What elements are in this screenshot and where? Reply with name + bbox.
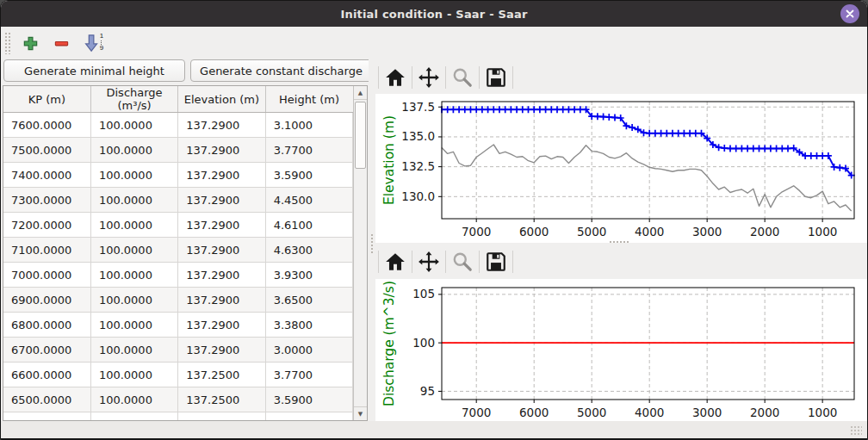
svg-text:5000: 5000: [577, 225, 606, 239]
svg-text:Elevation (m): Elevation (m): [381, 115, 397, 205]
table-row: 6700.0000100.0000137.29003.0000: [3, 338, 353, 363]
svg-text:2000: 2000: [750, 406, 779, 419]
pan-button[interactable]: [416, 249, 442, 275]
table-cell[interactable]: 137.2900: [178, 288, 265, 313]
table-cell[interactable]: 6500.0000: [3, 387, 90, 412]
column-header[interactable]: Elevation (m): [178, 86, 265, 113]
window: Initial condition - Saar - Saar: [0, 0, 868, 440]
table-cell[interactable]: 3.6500: [265, 288, 352, 313]
table-cell[interactable]: 100.0000: [90, 188, 177, 213]
table-cell[interactable]: 137.2900: [178, 163, 265, 188]
table-cell[interactable]: 7600.0000: [3, 113, 90, 138]
discharge-figure[interactable]: 700060005000400030002000100010510095Disc…: [375, 279, 867, 421]
generate-buttons-row: Generate minimal height Generate constan…: [1, 59, 375, 84]
discharge-chart[interactable]: 700060005000400030002000100010510095Disc…: [375, 279, 867, 421]
sort-rows-button[interactable]: 1 9: [81, 32, 103, 54]
table-cell[interactable]: 7000.0000: [3, 263, 90, 288]
chart-splitter[interactable]: [609, 240, 629, 245]
table-cell[interactable]: 7300.0000: [3, 188, 90, 213]
svg-text:6000: 6000: [519, 406, 549, 419]
pan-button[interactable]: [416, 65, 442, 90]
table-cell[interactable]: 6600.0000: [3, 363, 90, 387]
table-cell[interactable]: 137.2900: [178, 113, 265, 138]
magnifier-icon: [451, 66, 474, 89]
table-cell[interactable]: 3.5900: [265, 387, 352, 412]
table-cell[interactable]: 3.3800: [265, 313, 352, 338]
table-cell[interactable]: 3.0000: [265, 338, 352, 363]
table-cell[interactable]: 4.6100: [265, 213, 352, 238]
table-cell[interactable]: 7500.0000: [3, 138, 90, 163]
table-cell[interactable]: [3, 412, 90, 422]
table-cell[interactable]: 137.2500: [178, 363, 265, 387]
table-cell[interactable]: 100.0000: [90, 313, 177, 338]
svg-text:7000: 7000: [462, 406, 491, 419]
table-cell[interactable]: 100.0000: [90, 363, 177, 387]
sort-order-label: 1 9: [98, 33, 105, 52]
table-cell[interactable]: [265, 412, 352, 422]
scroll-down-icon[interactable]: ▼: [354, 406, 367, 420]
column-header[interactable]: Discharge (m³/s): [90, 86, 177, 113]
table-cell[interactable]: 7100.0000: [3, 238, 90, 263]
toolbar-grip[interactable]: [4, 32, 10, 54]
table-cell[interactable]: 100.0000: [90, 113, 177, 138]
table-cell[interactable]: 137.2900: [178, 138, 265, 163]
home-button[interactable]: [382, 65, 408, 90]
scrollbar-thumb[interactable]: [355, 102, 366, 169]
table-cell[interactable]: 137.2500: [178, 387, 265, 412]
table-cell[interactable]: 100.0000: [90, 238, 177, 263]
table-cell[interactable]: [90, 412, 177, 422]
table-cell[interactable]: 6700.0000: [3, 338, 90, 363]
close-button[interactable]: [840, 4, 859, 23]
elevation-figure[interactable]: 7000600050004000300020001000137.5135.013…: [375, 94, 867, 243]
table-scrollbar[interactable]: ▲ ▼: [353, 86, 367, 420]
pan-icon: [418, 66, 440, 89]
remove-row-button[interactable]: [50, 32, 72, 54]
scroll-up-icon[interactable]: ▲: [354, 86, 367, 100]
table-cell[interactable]: 6800.0000: [3, 313, 90, 338]
generate-constant-discharge-button[interactable]: Generate constant discharge: [190, 59, 372, 82]
table-cell[interactable]: 3.7700: [265, 363, 352, 387]
table-cell[interactable]: 137.2900: [178, 263, 265, 288]
table-cell[interactable]: 3.1000: [265, 113, 352, 138]
add-row-button[interactable]: [19, 32, 41, 54]
table-cell[interactable]: 4.6300: [265, 238, 352, 263]
table-cell[interactable]: 3.5900: [265, 163, 352, 188]
table-cell[interactable]: 137.2900: [178, 238, 265, 263]
table-row: 6600.0000100.0000137.25003.7700: [3, 363, 353, 387]
minus-icon: [53, 35, 70, 52]
svg-text:6000: 6000: [519, 225, 549, 239]
table-cell[interactable]: 100.0000: [90, 288, 177, 313]
table-cell[interactable]: 137.2900: [178, 338, 265, 363]
table-cell[interactable]: 4.4500: [265, 188, 352, 213]
table-cell[interactable]: 3.7700: [265, 138, 352, 163]
svg-text:135.0: 135.0: [401, 129, 435, 143]
home-button[interactable]: [382, 249, 408, 275]
generate-minimal-height-button[interactable]: Generate minimal height: [3, 59, 185, 82]
table-cell[interactable]: 6900.0000: [3, 288, 90, 313]
zoom-button[interactable]: [450, 249, 475, 275]
elevation-chart[interactable]: 7000600050004000300020001000137.5135.013…: [375, 94, 867, 243]
save-button[interactable]: [483, 65, 509, 90]
save-icon: [485, 66, 507, 89]
table-cell[interactable]: 100.0000: [90, 263, 177, 288]
resize-grip[interactable]: [850, 425, 862, 436]
column-header[interactable]: KP (m): [3, 86, 90, 113]
table-cell[interactable]: 137.2900: [178, 213, 265, 238]
titlebar[interactable]: Initial condition - Saar - Saar: [1, 1, 867, 27]
svg-text:3000: 3000: [692, 225, 722, 239]
table-cell[interactable]: 7200.0000: [3, 213, 90, 238]
table-cell[interactable]: 3.9300: [265, 263, 352, 288]
table-cell[interactable]: 100.0000: [90, 338, 177, 363]
zoom-button[interactable]: [450, 65, 475, 90]
table-cell[interactable]: 100.0000: [90, 163, 177, 188]
table-cell[interactable]: [178, 412, 265, 422]
table-cell[interactable]: 100.0000: [90, 213, 177, 238]
save-button[interactable]: [483, 249, 509, 275]
table-cell[interactable]: 137.2900: [178, 313, 265, 338]
svg-text:1000: 1000: [808, 225, 837, 239]
table-cell[interactable]: 137.2900: [178, 188, 265, 213]
table-cell[interactable]: 100.0000: [90, 138, 177, 163]
table-cell[interactable]: 7400.0000: [3, 163, 90, 188]
table-cell[interactable]: 100.0000: [90, 387, 177, 412]
column-header[interactable]: Height (m): [265, 86, 352, 113]
